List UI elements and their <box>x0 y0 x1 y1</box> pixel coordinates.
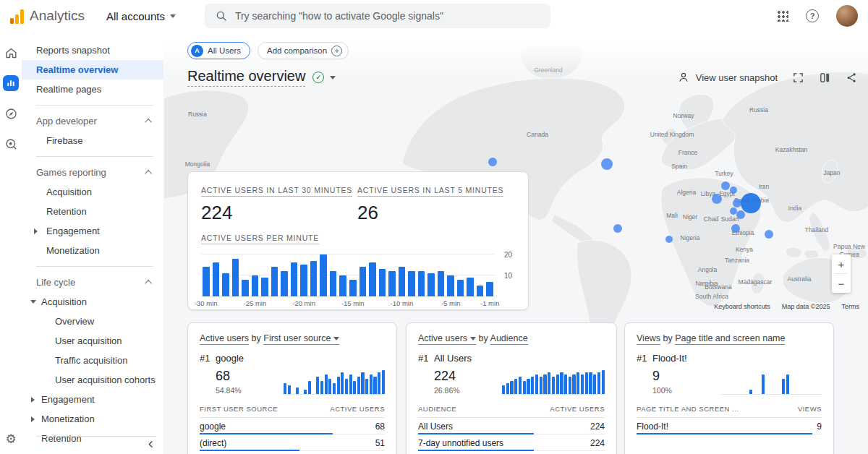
card-by: by <box>249 333 263 343</box>
sidebar-item-reports-snapshot[interactable]: Reports snapshot <box>22 40 163 60</box>
card-dimension-selector[interactable]: Audience <box>490 333 528 345</box>
top-entity-percent: 100% <box>652 386 720 395</box>
table-row[interactable]: google68 <box>200 418 385 434</box>
map-data-label: Map data ©2025 <box>782 303 830 310</box>
minute-bar <box>477 286 484 296</box>
card-dimension-selector[interactable]: First user source <box>263 333 339 345</box>
card-metric-selector[interactable]: Views <box>637 333 660 345</box>
keyboard-shortcuts-link[interactable]: Keyboard shortcuts <box>714 303 770 310</box>
active-users-per-minute-chart: 1020 -30 min-25 min-20 min-15 min-10 min… <box>201 250 515 311</box>
sidebar-item-engagement[interactable]: Engagement <box>22 221 163 241</box>
collapse-section-icon[interactable] <box>145 119 152 126</box>
card-title: Active users by Audience <box>418 333 605 343</box>
mini-bar <box>353 381 356 394</box>
card-by: by <box>660 333 675 343</box>
active-user-dot <box>712 194 722 204</box>
sidebar-item-realtime-pages[interactable]: Realtime pages <box>22 80 163 99</box>
terms-link[interactable]: Terms <box>842 303 860 310</box>
report-card-first-user-source: Active users by First user source#1googl… <box>187 322 397 454</box>
sidebar-item-app-developer[interactable]: App developer <box>22 111 163 131</box>
search-input[interactable] <box>235 10 540 22</box>
data-quality-check-icon[interactable]: ✓ <box>312 72 324 83</box>
sidebar-item-games-reporting[interactable]: Games reporting <box>22 163 163 182</box>
advertising-icon[interactable] <box>3 136 19 152</box>
sidebar-item-user-acquisition-cohorts[interactable]: User acquisition cohorts <box>22 370 163 390</box>
zoom-in-button[interactable]: + <box>832 254 851 273</box>
minute-bar <box>222 273 229 296</box>
table-row[interactable]: Flood-It!9 <box>637 418 822 434</box>
sidebar-item-monetization[interactable]: Monetization <box>22 241 163 260</box>
zoom-out-button[interactable]: − <box>832 274 851 293</box>
card-dimension-selector[interactable]: Page title and screen name <box>675 333 785 345</box>
mini-bar <box>782 379 785 394</box>
mini-bar <box>569 377 571 394</box>
expand-right-icon[interactable] <box>34 228 38 234</box>
sidebar-item-retention[interactable]: Retention <box>22 202 163 221</box>
x-axis-label: -25 min <box>244 299 267 307</box>
sidebar-item-monetization[interactable]: Monetization <box>22 409 163 429</box>
add-comparison-chip[interactable]: Add comparison + <box>258 42 349 59</box>
chevron-down-icon[interactable] <box>330 76 336 80</box>
mini-bar <box>325 374 328 394</box>
home-icon[interactable] <box>3 45 19 61</box>
top-rank: #1 <box>418 353 434 364</box>
card-metric-selector[interactable]: Active users <box>200 333 249 345</box>
comparison-chip-all-users[interactable]: A All Users <box>187 42 250 59</box>
sidebar-item-realtime-overview[interactable]: Realtime overview <box>22 60 163 80</box>
row-name: google <box>200 421 226 432</box>
sidebar-item-overview[interactable]: Overview <box>22 312 163 331</box>
active-users-5min-label: ACTIVE USERS IN LAST 5 MINUTES <box>357 186 503 197</box>
account-switcher[interactable]: All accounts <box>106 10 176 22</box>
collapse-section-icon[interactable] <box>145 170 152 177</box>
map-country-label: Nigeria <box>681 234 700 242</box>
sidebar-item-acquisition[interactable]: Acquisition <box>22 292 163 312</box>
sidebar-item-life-cycle[interactable]: Life cycle <box>22 273 163 292</box>
map-country-label: Russia <box>188 111 207 119</box>
sidebar-item-firebase[interactable]: Firebase <box>22 131 163 150</box>
nav-divider <box>36 156 153 157</box>
minute-bar <box>213 262 220 296</box>
x-axis-label: -20 min <box>292 299 315 307</box>
apps-grid-icon[interactable] <box>777 10 788 22</box>
table-row[interactable]: All Users224 <box>418 418 605 434</box>
sidebar-item-user-acquisition[interactable]: User acquisition <box>22 331 163 351</box>
admin-gear-icon[interactable]: ⚙ <box>5 432 16 447</box>
sidebar-item-retention[interactable]: Retention <box>22 429 163 448</box>
expand-right-icon[interactable] <box>31 397 35 403</box>
mini-bar <box>296 387 299 394</box>
map-attribution: Keyboard shortcuts Map data ©2025 Terms <box>714 303 859 310</box>
edit-comparisons-icon[interactable] <box>819 72 831 84</box>
map-country-label: Angola <box>698 266 717 274</box>
table-row[interactable]: (direct)51 <box>200 434 385 451</box>
sidebar-item-label: Retention <box>46 206 87 217</box>
fullscreen-icon[interactable] <box>792 72 804 84</box>
avatar[interactable] <box>836 5 858 27</box>
map-country-label: Canada <box>527 131 548 139</box>
share-icon[interactable] <box>846 72 858 84</box>
expand-right-icon[interactable] <box>31 416 35 422</box>
active-users-30min-label: ACTIVE USERS IN LAST 30 MINUTES <box>201 186 352 197</box>
analytics-logo-icon[interactable] <box>10 8 24 24</box>
card-metric-selector[interactable]: Active users <box>418 333 476 345</box>
sidebar-item-traffic-acquisition[interactable]: Traffic acquisition <box>22 351 163 370</box>
card-table: FIRST USER SOURCEACTIVE USERSgoogle68(di… <box>200 405 385 451</box>
search-bar[interactable] <box>205 4 550 28</box>
sidebar-item-acquisition[interactable]: Acquisition <box>22 182 163 202</box>
help-icon[interactable]: ? <box>806 9 819 22</box>
collapse-down-icon[interactable] <box>30 300 36 304</box>
mini-bar <box>581 374 584 394</box>
minute-bar <box>399 267 406 296</box>
view-user-snapshot-button[interactable]: View user snapshot <box>677 71 778 84</box>
table-header-dimension: AUDIENCE <box>418 405 456 413</box>
map-country-label: Thailand <box>805 226 829 234</box>
mini-bar <box>304 390 307 394</box>
y-axis-tick: 20 <box>504 251 512 259</box>
reports-icon[interactable] <box>3 75 19 91</box>
table-row[interactable]: 7-day unnotified users224 <box>418 434 605 451</box>
sidebar-item-engagement[interactable]: Engagement <box>22 390 163 409</box>
minute-bar <box>447 275 454 296</box>
map-zoom-control: + − <box>832 254 851 293</box>
collapse-sidebar-icon[interactable] <box>145 439 156 453</box>
explore-icon[interactable] <box>3 106 19 121</box>
collapse-section-icon[interactable] <box>145 280 152 287</box>
